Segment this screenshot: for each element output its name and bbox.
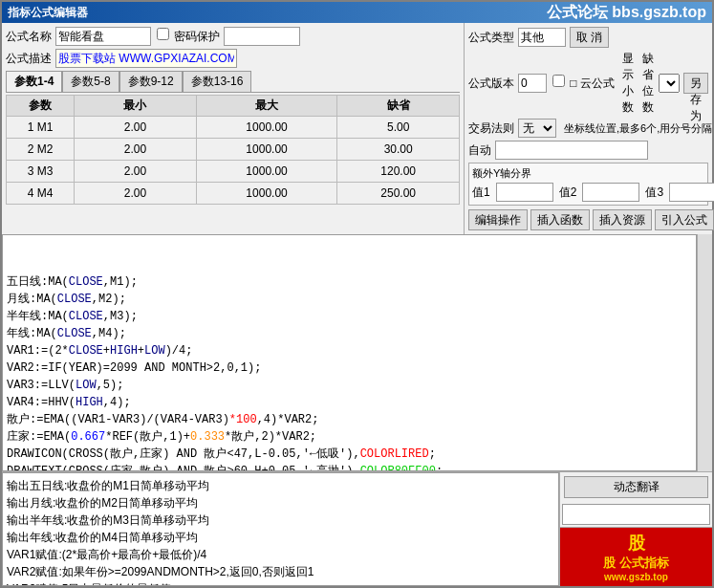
cloud-label-text: □ 云公式: [570, 76, 615, 90]
code-line: VAR4:=HHV(HIGH,4);: [7, 394, 692, 411]
param-id: 4 M4: [7, 183, 75, 205]
yaxis-val2-input[interactable]: [582, 183, 639, 202]
bottom-area: 输出五日线:收盘价的M1日简单移动平均输出月线:收盘价的M2日简单移动平均输出半…: [2, 471, 712, 586]
tab-params-1-4[interactable]: 参数1-4: [6, 71, 62, 92]
yaxis-val3-label: 值3: [645, 185, 663, 201]
cancel-button[interactable]: 取 消: [570, 27, 609, 48]
code-line: 庄家:=EMA(0.667*REF(散户,1)+0.333*散户,2)*VAR2…: [7, 428, 692, 446]
param-max-input[interactable]: [236, 118, 298, 137]
edit-btn[interactable]: 编辑操作: [468, 209, 528, 230]
trade-law-row: 交易法则 无 自动 坐标线位置,最多6个,用分号分隔: [468, 119, 708, 138]
decimals-label: 缺省位数: [642, 51, 655, 116]
param-min-input[interactable]: [109, 140, 162, 159]
param-max-input[interactable]: [236, 162, 298, 181]
display-label: 显示小数: [622, 51, 635, 116]
window-title: 指标公式编辑器: [8, 5, 88, 21]
cloud-checkbox[interactable]: [552, 75, 565, 87]
table-row: 2 M2: [7, 139, 460, 161]
desc-line: 输出年线:收盘价的M4日简单移动平均: [7, 529, 554, 546]
yaxis-val3-input[interactable]: [669, 183, 714, 202]
code-line: DRAWTEXT(CROSS(庄家,散户) AND 散户>60,H+0.05,'…: [7, 463, 692, 471]
desc-line: 输出五日线:收盘价的M1日简单移动平均: [7, 477, 554, 494]
param-max-input[interactable]: [236, 184, 298, 203]
formula-name-label: 公式名称: [6, 29, 52, 45]
auto-label: 自动: [468, 142, 491, 159]
password-label-text: 密码保护: [174, 30, 220, 43]
code-line: DRAWICON(CROSS(散户,庄家) AND 散户<47,L-0.05,'…: [7, 446, 692, 463]
desc-line: 输出半年线:收盘价的M3日简单移动平均: [7, 512, 554, 529]
bottom-right-panel: 动态翻译 股 股 公式指标 www.gszb.top: [559, 472, 712, 586]
params-tabs: 参数1-4 参数5-8 参数9-12 参数13-16: [6, 71, 460, 93]
code-line: 年线:MA(CLOSE,M4);: [7, 325, 692, 342]
param-default-input[interactable]: [372, 118, 424, 137]
trade-law-select[interactable]: 无 自动: [518, 119, 556, 138]
formula-name-input[interactable]: [55, 27, 151, 46]
col-header-max: 最大: [196, 96, 337, 117]
param-min-input[interactable]: [109, 184, 162, 203]
desc-line: VAR2赋值:如果年份>=2099ANDMONTH>2,返回0,否则返回1: [7, 563, 554, 580]
formula-name-row: 公式名称 密码保护: [6, 27, 460, 46]
code-editor[interactable]: 五日线:MA(CLOSE,M1);月线:MA(CLOSE,M2);半年线:MA(…: [2, 234, 697, 471]
param-max-input[interactable]: [236, 140, 298, 159]
desc-line: VAR1赋值:(2*最高价+最高价+最低价)/4: [7, 546, 554, 563]
code-line: VAR1:=(2*CLOSE+HIGH+LOW)/4;: [7, 342, 692, 359]
import-btn[interactable]: 引入公式: [655, 209, 714, 230]
saveas-button[interactable]: 另存为: [683, 73, 708, 94]
param-min: [75, 161, 197, 183]
param-default-input[interactable]: [372, 140, 424, 159]
decimals-select[interactable]: [659, 74, 680, 93]
param-default: [337, 139, 460, 161]
cloud-checkbox-label: □ 云公式: [551, 75, 615, 92]
param-min: [75, 139, 197, 161]
params-table: 参数 最小 最大 缺省 1 M1 2 M2 3 M3 4 M4: [6, 95, 460, 205]
col-header-default: 缺省: [337, 96, 460, 117]
code-line: VAR3:=LLV(LOW,5);: [7, 377, 692, 394]
table-row: 4 M4: [7, 183, 460, 205]
param-min: [75, 183, 197, 205]
formula-desc-input[interactable]: [55, 49, 237, 68]
code-line: 五日线:MA(CLOSE,M1);: [7, 273, 692, 291]
yaxis-val1-label: 值1: [472, 185, 490, 201]
title-bar: 指标公式编辑器 公式论坛 bbs.gszb.top: [2, 2, 712, 23]
formula-type-input[interactable]: [518, 28, 566, 47]
tab-params-5-8[interactable]: 参数5-8: [62, 71, 119, 92]
main-window: 指标公式编辑器 公式论坛 bbs.gszb.top 公式名称 密码保护 公式描述: [0, 0, 714, 588]
formula-type-label: 公式类型: [468, 30, 514, 46]
right-top-panel: 公式类型 取 消 公式版本 □ 云公式 显示小数 缺省位数 另存为 交易法则: [464, 23, 712, 234]
tab-params-9-12[interactable]: 参数9-12: [119, 71, 183, 92]
param-min-input[interactable]: [109, 118, 162, 137]
formula-desc-row: 公式描述: [6, 49, 460, 68]
formula-version-input[interactable]: [518, 74, 547, 93]
action-buttons: 编辑操作 插入函数 插入资源 引入公式 测试公式: [468, 209, 708, 230]
formula-version-row: 公式版本 □ 云公式 显示小数 缺省位数 另存为: [468, 51, 708, 116]
coordinate-input[interactable]: [495, 141, 648, 160]
translate-output: [562, 504, 710, 525]
insert-func-btn[interactable]: 插入函数: [530, 209, 590, 230]
brand-icon: 股: [603, 532, 669, 555]
param-max: [196, 139, 337, 161]
yaxis-val1-input[interactable]: [496, 183, 553, 202]
param-default-input[interactable]: [372, 162, 424, 181]
tab-params-13-16[interactable]: 参数13-16: [183, 71, 252, 92]
brand-text: 股 公式指标: [603, 555, 669, 572]
formula-desc-label: 公式描述: [6, 51, 52, 67]
main-area: 五日线:MA(CLOSE,M1);月线:MA(CLOSE,M2);半年线:MA(…: [2, 234, 712, 471]
param-default: [337, 161, 460, 183]
auto-translate-btn[interactable]: 动态翻译: [564, 476, 708, 498]
param-min-input[interactable]: [109, 162, 162, 181]
brand-logo: 股 股 公式指标 www.gszb.top: [560, 527, 712, 586]
desc-area: 输出五日线:收盘价的M1日简单移动平均输出月线:收盘价的M2日简单移动平均输出半…: [2, 472, 559, 586]
password-checkbox-label: 密码保护: [155, 28, 220, 45]
insert-res-btn[interactable]: 插入资源: [593, 209, 652, 230]
trade-law-label: 交易法则: [468, 120, 514, 137]
col-header-param: 参数: [7, 96, 75, 117]
editor-area: 五日线:MA(CLOSE,M1);月线:MA(CLOSE,M2);半年线:MA(…: [2, 234, 697, 471]
password-checkbox[interactable]: [157, 28, 169, 40]
param-max: [196, 117, 337, 139]
password-input[interactable]: [224, 27, 300, 46]
param-default: [337, 117, 460, 139]
col-header-min: 最小: [75, 96, 197, 117]
table-row: 1 M1: [7, 117, 460, 139]
editor-scrollbar[interactable]: [697, 234, 712, 471]
param-default-input[interactable]: [372, 184, 424, 203]
